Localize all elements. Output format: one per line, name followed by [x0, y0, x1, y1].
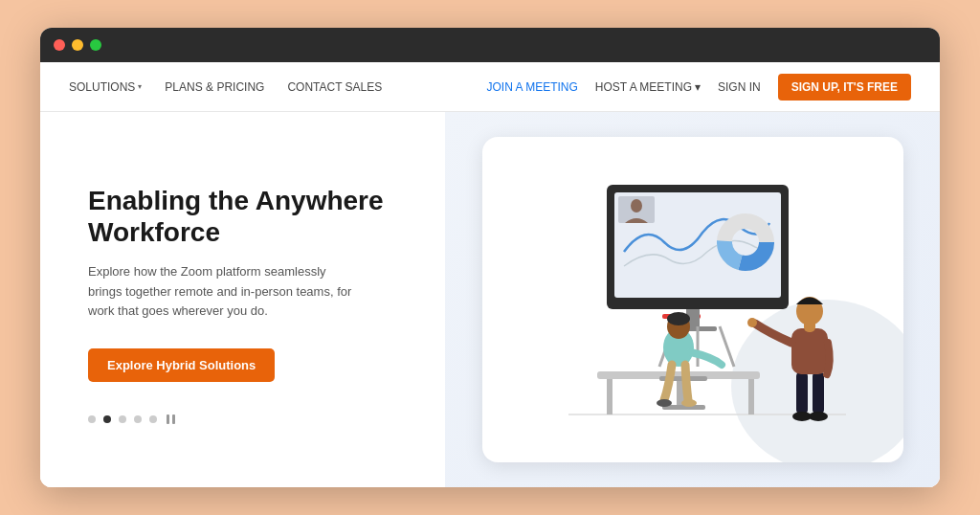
hero-title: Enabling the Anywhere Workforce [88, 185, 416, 249]
host-chevron-icon: ▾ [695, 80, 701, 94]
nav-right: JOIN A MEETING HOST A MEETING ▾ SIGN IN … [487, 74, 912, 101]
svg-rect-29 [791, 328, 828, 374]
carousel-pause-button[interactable] [167, 414, 180, 424]
nav-signup-button[interactable]: SIGN UP, IT'S FREE [778, 74, 911, 101]
nav-join-meeting[interactable]: JOIN A MEETING [487, 80, 578, 94]
carousel-dot-5[interactable] [149, 415, 157, 423]
carousel-dot-1[interactable] [88, 415, 96, 423]
svg-point-23 [657, 399, 672, 407]
carousel-dot-2[interactable] [103, 415, 111, 423]
carousel-dot-4[interactable] [134, 415, 142, 423]
svg-point-22 [667, 312, 690, 325]
minimize-dot[interactable] [72, 39, 83, 51]
nav-plans[interactable]: PLANS & PRICING [165, 80, 264, 94]
svg-point-32 [747, 318, 757, 327]
hero-left: Enabling the Anywhere Workforce Explore … [40, 112, 445, 487]
nav-host-meeting[interactable]: HOST A MEETING ▾ [595, 80, 701, 94]
pause-bar-left [167, 414, 169, 424]
navbar: SOLUTIONS ▾ PLANS & PRICING CONTACT SALE… [40, 62, 940, 112]
pause-bar-right [172, 414, 175, 424]
svg-point-28 [809, 412, 828, 421]
nav-left: SOLUTIONS ▾ PLANS & PRICING CONTACT SALE… [69, 80, 382, 94]
browser-window: SOLUTIONS ▾ PLANS & PRICING CONTACT SALE… [40, 28, 940, 487]
svg-point-24 [681, 399, 697, 407]
carousel-dot-3[interactable] [119, 415, 126, 423]
nav-solutions[interactable]: SOLUTIONS ▾ [69, 80, 142, 94]
svg-rect-16 [748, 379, 754, 414]
nav-signin[interactable]: SIGN IN [718, 80, 761, 94]
carousel-dots [88, 414, 416, 424]
hero-subtitle: Explore how the Zoom platform seamlessly… [88, 262, 356, 322]
browser-titlebar [40, 28, 940, 62]
explore-hybrid-button[interactable]: Explore Hybrid Solutions [88, 348, 275, 382]
solutions-chevron-icon: ▾ [138, 82, 142, 91]
nav-contact[interactable]: CONTACT SALES [287, 80, 382, 94]
illustration-card [482, 137, 903, 462]
hero-illustration [511, 156, 875, 443]
close-dot[interactable] [54, 39, 65, 51]
browser-content: SOLUTIONS ▾ PLANS & PRICING CONTACT SALE… [40, 62, 940, 487]
hero-right [445, 112, 940, 487]
svg-rect-25 [796, 371, 808, 414]
svg-rect-26 [813, 371, 824, 414]
svg-rect-15 [607, 379, 612, 414]
svg-point-6 [631, 199, 642, 213]
fullscreen-dot[interactable] [90, 39, 101, 51]
hero-section: Enabling the Anywhere Workforce Explore … [40, 112, 940, 487]
